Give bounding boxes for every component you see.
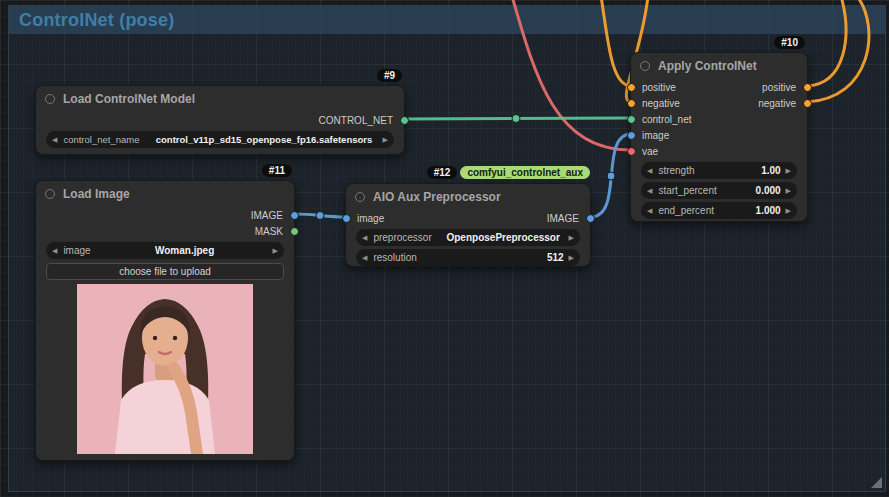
slot-row-vae: vae [631,143,807,159]
slot-row-image: image [631,127,807,143]
slot-label: image [642,130,669,141]
slot-label: vae [642,146,658,157]
slot-row-image: image IMAGE [346,210,590,226]
node-id-badge: #12 [427,166,458,179]
choose-file-button[interactable]: choose file to upload [46,263,284,280]
node-load-controlnet-model[interactable]: #9 Load ControlNet Model CONTROL_NET ◀ c… [35,85,405,155]
widget-label: strength [658,165,694,176]
woman-photo [77,284,253,454]
negative-input-dot[interactable] [627,99,636,108]
control-net-output-dot[interactable] [400,116,409,125]
node-header[interactable]: Apply ControlNet [631,53,807,79]
widget-label: preprocessor [373,232,431,243]
image-output-dot[interactable] [586,214,595,223]
image-input-dot[interactable] [627,131,636,140]
node-header[interactable]: Load Image [36,181,294,207]
widget-value: 1.00 [701,165,786,176]
slot-label: positive [642,82,676,93]
widget-value: Woman.jpeg [97,245,273,256]
node-aio-aux-preprocessor[interactable]: #12 comfyui_controlnet_aux AIO Aux Prepr… [345,183,591,267]
slot-label: IMAGE [547,213,579,224]
group-title: ControlNet (pose) [19,10,174,31]
mask-output-dot[interactable] [290,227,299,236]
arrow-left-icon[interactable]: ◀ [362,234,367,241]
widget-value: 512 [423,252,569,263]
group-resize-handle[interactable] [871,477,882,488]
arrow-right-icon[interactable]: ▶ [383,136,388,143]
widget-strength[interactable]: ◀ strength 1.00 ▶ [641,162,797,179]
widget-end-percent[interactable]: ◀ end_percent 1.000 ▶ [641,202,797,219]
control-net-input-dot[interactable] [627,115,636,124]
image-output-dot[interactable] [290,211,299,220]
arrow-left-icon[interactable]: ◀ [52,136,57,143]
widget-label: start_percent [658,185,716,196]
arrow-right-icon[interactable]: ▶ [569,254,574,261]
arrow-left-icon[interactable]: ◀ [647,167,652,174]
widget-resolution[interactable]: ◀ resolution 512 ▶ [356,249,580,266]
arrow-left-icon[interactable]: ◀ [362,254,367,261]
node-id-badge: #9 [377,69,402,82]
slot-label: CONTROL_NET [319,115,393,126]
node-title: AIO Aux Preprocessor [373,190,501,204]
widget-start-percent[interactable]: ◀ start_percent 0.000 ▶ [641,182,797,199]
widget-preprocessor[interactable]: ◀ preprocessor OpenposePreprocessor ▶ [356,229,580,246]
arrow-right-icon[interactable]: ▶ [786,167,791,174]
arrow-left-icon[interactable]: ◀ [647,207,652,214]
node-header[interactable]: Load ControlNet Model [36,86,404,112]
slot-label: negative [642,98,680,109]
node-graph-canvas[interactable]: ControlNet (pose) #9 Load ControlNet Mod… [0,0,889,497]
node-title: Load ControlNet Model [63,92,195,106]
image-preview [36,284,294,454]
widget-value: OpenposePreprocessor [438,232,569,243]
widget-control-net-name[interactable]: ◀ control_net_name control_v11p_sd15_ope… [46,131,394,148]
image-input-dot[interactable] [342,214,351,223]
arrow-right-icon[interactable]: ▶ [786,207,791,214]
collapse-dot-icon[interactable] [45,189,55,199]
positive-output-dot[interactable] [803,83,812,92]
node-id-badge: #11 [262,164,292,177]
arrow-left-icon[interactable]: ◀ [647,187,652,194]
arrow-right-icon[interactable]: ▶ [786,187,791,194]
group-header[interactable]: ControlNet (pose) [9,6,885,34]
node-pack-badge: comfyui_controlnet_aux [460,166,590,179]
widget-label: end_percent [658,205,714,216]
widget-value: control_v11p_sd15_openpose_fp16.safetens… [145,134,382,145]
node-title: Apply ControlNet [658,59,757,73]
slot-label: control_net [642,114,691,125]
node-title: Load Image [63,187,130,201]
output-slot-mask: MASK [36,223,294,239]
node-header[interactable]: AIO Aux Preprocessor [346,184,590,210]
arrow-left-icon[interactable]: ◀ [52,247,57,254]
slot-label: image [357,213,384,224]
slot-row-control-net: control_net [631,111,807,127]
output-slot-image: IMAGE [36,207,294,223]
slot-row-positive: positive positive [631,79,807,95]
widget-label: control_net_name [63,134,139,145]
node-id-badge: #10 [774,36,805,49]
node-load-image[interactable]: #11 Load Image IMAGE MASK ◀ image Woman.… [35,180,295,461]
output-slot-control-net: CONTROL_NET [36,112,404,128]
slot-label: IMAGE [251,210,283,221]
widget-label: resolution [373,252,416,263]
collapse-dot-icon[interactable] [45,94,55,104]
slot-row-negative: negative negative [631,95,807,111]
widget-value: 0.000 [723,185,786,196]
arrow-right-icon[interactable]: ▶ [273,247,278,254]
node-apply-controlnet[interactable]: #10 Apply ControlNet positive positive n… [630,52,808,222]
collapse-dot-icon[interactable] [355,192,365,202]
widget-label: image [63,245,90,256]
vae-input-dot[interactable] [627,147,636,156]
positive-input-dot[interactable] [627,83,636,92]
widget-value: 1.000 [720,205,786,216]
collapse-dot-icon[interactable] [640,61,650,71]
widget-image[interactable]: ◀ image Woman.jpeg ▶ [46,242,284,259]
slot-label: negative [758,98,796,109]
negative-output-dot[interactable] [803,99,812,108]
arrow-right-icon[interactable]: ▶ [569,234,574,241]
node-id-badge-combo: #12 comfyui_controlnet_aux [427,166,590,179]
slot-label: MASK [255,226,283,237]
slot-label: positive [762,82,796,93]
